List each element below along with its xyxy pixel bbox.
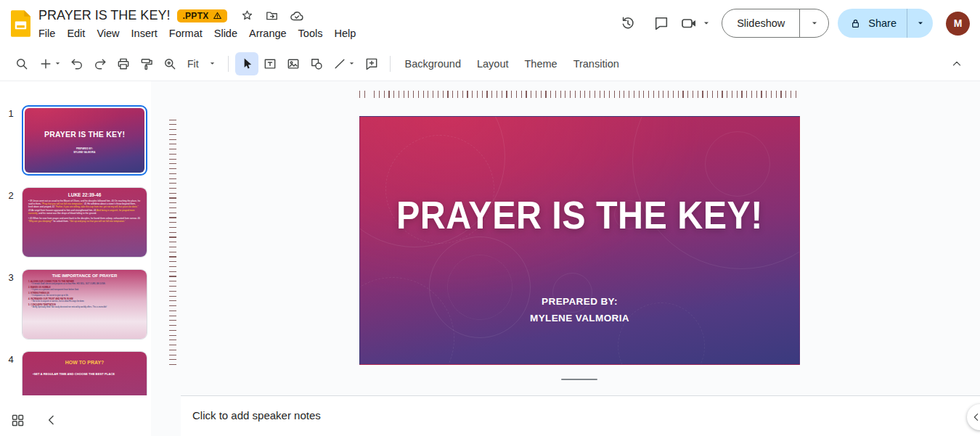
thumb4-title: HOW TO PRAY? [23,360,147,365]
caret-down-icon [209,60,216,67]
thumb1-title: PRAYER IS THE KEY! [25,130,144,139]
meet-button[interactable] [680,15,710,32]
redo-button[interactable] [89,52,112,75]
thumb2-title: LUKE 22:39-46 [23,192,147,197]
slide-3-thumb[interactable]: THE IMPORTANCE OF PRAYER 1. ALIGNS OUR C… [22,269,147,340]
pptx-badge-label: .PPTX [182,11,208,21]
theme-button[interactable]: Theme [517,54,565,74]
menu-file[interactable]: File [33,26,61,41]
move-folder-button[interactable] [265,9,279,22]
document-title[interactable]: PRAYER IS THE KEY! [38,8,170,23]
slide-thumbnail-2[interactable]: 2 LUKE 22:39-46 • 39 Jesus went out as u… [0,187,151,258]
caret-down-icon [811,20,818,27]
slide-4-thumb[interactable]: HOW TO PRAY? •SET A REGULAR TIME AND CHO… [22,351,147,395]
vertical-ruler [169,116,176,365]
menu-tools[interactable]: Tools [293,26,329,41]
speaker-notes-placeholder[interactable]: Click to add speaker notes [192,409,980,421]
cursor-icon [240,57,254,71]
thumb1-sub2: MYLENE VALMORIA [25,151,144,155]
collapse-filmstrip-button[interactable] [44,413,59,427]
toolbar-divider [390,56,391,72]
search-menus-button[interactable] [10,52,33,75]
slide-canvas[interactable]: PRAYER IS THE KEY! PREPARED BY: MYLENE V… [359,116,800,365]
lock-icon [849,17,862,30]
undo-button[interactable] [65,52,89,75]
new-slide-caret [54,60,61,67]
editor-workspace: PRAYER IS THE KEY! PREPARED BY: MYLENE V… [151,81,980,436]
new-slide-button[interactable] [33,52,65,75]
share-split-button: Share [838,9,933,38]
version-history-button[interactable] [613,9,642,38]
slide-thumbnail-1[interactable]: 1 PRAYER IS THE KEY! PREPARED BY: MYLENE… [0,105,151,176]
title-menu-block: PRAYER IS THE KEY! .PPTX File Edit View … [38,6,362,41]
thumb3-body: 1. ALIGNS OUR CONNECTION TO THE FATHER• … [23,280,147,309]
caret-down-icon [917,20,924,27]
horizontal-scrollbar[interactable] [561,379,597,380]
app-header: PRAYER IS THE KEY! .PPTX File Edit View … [0,0,980,46]
menu-insert[interactable]: Insert [126,26,163,41]
menu-slide[interactable]: Slide [208,26,243,41]
comment-history-button[interactable] [647,9,676,38]
insert-image-button[interactable] [282,52,305,75]
thumb2-body-2: • 45 When he rose from prayer and went b… [28,217,141,223]
thumb3-title: THE IMPORTANCE OF PRAYER [23,273,147,278]
slide-subtitle-line2: MYLENE VALMORIA [360,310,799,326]
slide-1-number: 1 [4,108,17,119]
print-button[interactable] [112,52,135,75]
warning-icon [213,11,222,20]
star-button[interactable] [240,9,254,22]
share-button[interactable]: Share [838,9,907,38]
slide-2-number: 2 [4,190,17,201]
pptx-format-badge[interactable]: .PPTX [177,9,226,22]
line-caret [348,60,355,67]
slide-2-thumb[interactable]: LUKE 22:39-46 • 39 Jesus went out as usu… [22,187,147,258]
account-avatar[interactable]: M [946,12,970,36]
slide-thumbnail-3[interactable]: 3 THE IMPORTANCE OF PRAYER 1. ALIGNS OUR… [0,269,151,340]
menu-bar: File Edit View Insert Format Slide Arran… [33,26,362,41]
slideshow-dropdown-button[interactable] [799,9,828,37]
slide-4-number: 4 [4,354,17,365]
speaker-notes-area[interactable]: Click to add speaker notes [181,395,980,436]
paint-format-button[interactable] [135,52,158,75]
menu-view[interactable]: View [91,26,125,41]
zoom-fit-value: Fit [187,58,199,70]
thumbnail-list: 1 PRAYER IS THE KEY! PREPARED BY: MYLENE… [0,81,151,395]
thumb1-subtitle: PREPARED BY: MYLENE VALMORIA [25,147,144,155]
toolbar: Fit Background Layout Theme Transition [0,46,980,81]
transition-button[interactable]: Transition [565,54,627,74]
thumb2-body-1: • 39 Jesus went out as usual to the Moun… [28,200,141,215]
insert-line-button[interactable] [328,52,360,75]
zoom-button[interactable] [158,52,181,75]
slide-filmstrip: 1 PRAYER IS THE KEY! PREPARED BY: MYLENE… [0,81,151,436]
slide-subtitle-line1: PREPARED BY: [360,293,799,310]
slideshow-button[interactable]: Slideshow [722,9,799,37]
menu-arrange[interactable]: Arrange [243,26,293,41]
slide-title-textbox[interactable]: PRAYER IS THE KEY! [371,192,788,238]
share-dropdown-button[interactable] [907,9,933,38]
hide-menus-button[interactable] [944,51,970,77]
menu-format[interactable]: Format [163,26,208,41]
meet-dropdown-caret [703,20,710,27]
insert-shape-button[interactable] [305,52,328,75]
select-tool-button[interactable] [235,52,258,75]
slide-1-thumb[interactable]: PRAYER IS THE KEY! PREPARED BY: MYLENE V… [22,105,147,176]
document-status-cloud-icon[interactable] [290,9,304,23]
background-button[interactable]: Background [397,54,469,74]
horizontal-ruler [359,91,800,98]
grid-view-button[interactable] [10,413,25,428]
slide-thumbnail-4[interactable]: 4 HOW TO PRAY? •SET A REGULAR TIME AND C… [0,351,151,395]
zoom-fit-dropdown[interactable]: Fit [181,55,221,73]
menu-help[interactable]: Help [328,26,362,41]
layout-button[interactable]: Layout [469,54,517,74]
thumb4-body: •SET A REGULAR TIME AND CHOOSE THE BEST … [33,372,136,377]
slide-3-number: 3 [4,272,17,283]
slides-logo[interactable] [11,10,30,37]
toolbar-divider [228,56,229,72]
slideshow-split-button: Slideshow [722,9,829,38]
share-button-label: Share [868,17,897,29]
insert-comment-button[interactable] [360,52,383,75]
slide-subtitle-textbox[interactable]: PREPARED BY: MYLENE VALMORIA [360,293,799,326]
menu-edit[interactable]: Edit [61,26,91,41]
text-box-button[interactable] [258,52,282,75]
